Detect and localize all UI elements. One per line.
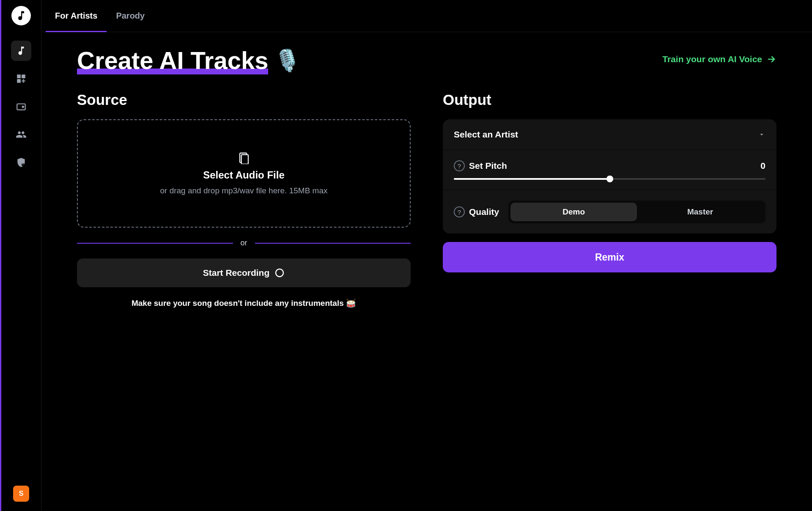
nav-dashboard[interactable] xyxy=(11,69,31,89)
users-icon xyxy=(16,129,27,140)
arrow-right-icon xyxy=(766,54,776,64)
page-content: Create AI Tracks 🎙️ Train your own AI Vo… xyxy=(41,32,812,511)
columns: Source Select Audio File or drag and dro… xyxy=(77,91,776,308)
quality-master[interactable]: Master xyxy=(637,203,763,221)
accent-strip xyxy=(0,0,1,511)
app-logo[interactable] xyxy=(11,6,31,25)
output-title: Output xyxy=(443,91,776,108)
output-column: Output Select an Artist ? Set Pitch 0 xyxy=(443,91,776,308)
top-tabs: For Artists Parody xyxy=(41,0,812,32)
artist-select[interactable]: Select an Artist xyxy=(443,119,776,150)
segment-label: Master xyxy=(687,207,713,217)
divider-line xyxy=(255,243,411,244)
start-recording-button[interactable]: Start Recording xyxy=(77,258,411,287)
music-note-icon xyxy=(15,10,27,22)
svg-point-6 xyxy=(276,269,283,277)
remix-button-label: Remix xyxy=(595,252,624,263)
nav-wallet[interactable] xyxy=(11,96,31,117)
tab-for-artists[interactable]: For Artists xyxy=(46,0,107,32)
help-icon[interactable]: ? xyxy=(454,160,465,171)
quality-segmented: Demo Master xyxy=(508,201,765,223)
sidebar: S xyxy=(1,0,41,511)
slider-fill xyxy=(454,178,610,180)
page-title-text: Create AI Tracks xyxy=(77,48,268,73)
page-header: Create AI Tracks 🎙️ Train your own AI Vo… xyxy=(77,48,776,73)
train-voice-link[interactable]: Train your own AI Voice xyxy=(662,54,776,64)
nav-privacy[interactable] xyxy=(11,152,31,173)
record-circle-icon xyxy=(274,268,285,278)
svg-point-3 xyxy=(22,164,23,165)
slider-thumb[interactable] xyxy=(606,176,613,182)
nav-community[interactable] xyxy=(11,124,31,145)
or-divider: or xyxy=(77,239,411,247)
main-content: For Artists Parody Create AI Tracks 🎙️ T… xyxy=(41,0,812,511)
quality-label-group: ? Quality xyxy=(454,206,499,217)
music-note-icon xyxy=(16,45,27,56)
svg-point-1 xyxy=(22,106,24,107)
shield-person-icon xyxy=(16,157,27,168)
artist-select-label: Select an Artist xyxy=(454,129,518,140)
pitch-value: 0 xyxy=(760,161,765,171)
pitch-section: ? Set Pitch 0 xyxy=(443,150,776,190)
divider-text: or xyxy=(241,239,247,247)
avatar-letter: S xyxy=(19,490,24,497)
page-title: Create AI Tracks 🎙️ xyxy=(77,48,300,73)
source-title: Source xyxy=(77,91,411,108)
nav-create[interactable] xyxy=(11,41,31,61)
source-column: Source Select Audio File or drag and dro… xyxy=(77,91,411,308)
svg-rect-5 xyxy=(241,155,248,165)
caret-down-icon xyxy=(758,131,765,138)
record-button-label: Start Recording xyxy=(203,268,270,278)
microphone-icon: 🎙️ xyxy=(274,50,300,71)
pitch-slider[interactable] xyxy=(454,178,765,180)
pitch-label: Set Pitch xyxy=(469,161,507,171)
segment-label: Demo xyxy=(562,207,585,217)
tab-parody[interactable]: Parody xyxy=(107,0,154,32)
quality-label: Quality xyxy=(469,207,499,217)
instrumentals-hint: Make sure your song doesn't include any … xyxy=(77,298,411,308)
help-icon[interactable]: ? xyxy=(454,206,465,217)
quality-section: ? Quality Demo Master xyxy=(443,190,776,234)
tab-label: Parody xyxy=(116,11,145,21)
grid-add-icon xyxy=(16,73,27,84)
tab-label: For Artists xyxy=(55,11,97,21)
output-panel: Select an Artist ? Set Pitch 0 xyxy=(443,119,776,234)
pitch-label-group: ? Set Pitch xyxy=(454,160,507,171)
audio-file-icon xyxy=(238,151,250,164)
card-icon xyxy=(16,101,27,112)
train-link-text: Train your own AI Voice xyxy=(662,54,762,64)
audio-dropzone[interactable]: Select Audio File or drag and drop mp3/w… xyxy=(77,119,411,228)
sidebar-nav xyxy=(11,41,31,173)
quality-demo[interactable]: Demo xyxy=(510,203,637,221)
divider-line xyxy=(77,243,233,244)
user-avatar[interactable]: S xyxy=(13,486,29,502)
dropzone-subtitle: or drag and drop mp3/wav file here. 15MB… xyxy=(160,186,327,195)
dropzone-title: Select Audio File xyxy=(203,169,284,181)
remix-button[interactable]: Remix xyxy=(443,242,776,272)
